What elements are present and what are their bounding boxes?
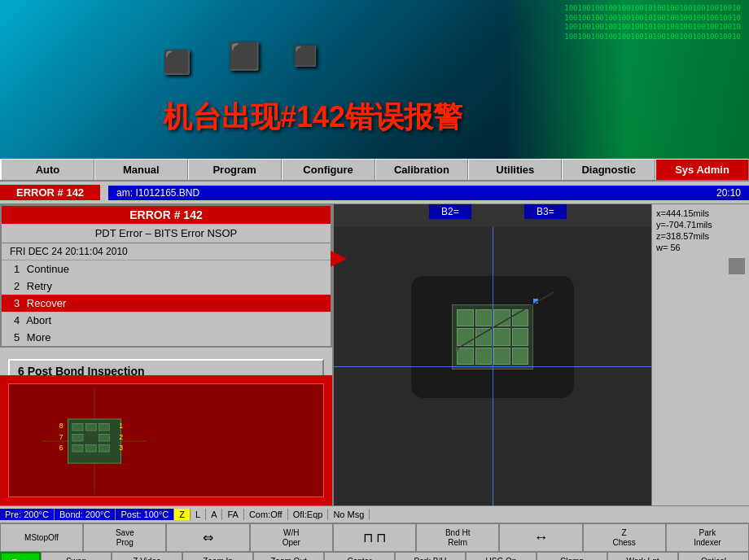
pointer-line (456, 268, 619, 365)
status-a: A (206, 509, 222, 520)
fkey-work-lgt[interactable]: Work Lgt F9 (607, 552, 678, 560)
option-continue[interactable]: 1 Continue (2, 260, 331, 278)
fkey-wh-oper[interactable]: W/H Oper (250, 523, 333, 552)
svg-text:7: 7 (59, 433, 64, 441)
park-bh-name: Park B/H (414, 557, 446, 560)
fkey-park-bh[interactable]: Park B/H F6 (395, 552, 466, 560)
content-row: ERROR # 142 am: I1012165.BND 20:10 (0, 182, 749, 204)
status-post-temp: Post: 100°C (116, 509, 174, 520)
main-area: Auto Manual Program Configure Calibratio… (0, 159, 749, 560)
left-panel: ERROR # 142 PDT Error – BITS Error NSOP … (0, 204, 334, 505)
tab-manual[interactable]: Manual (94, 159, 188, 180)
run-button[interactable]: Run AutoIndx (0, 552, 41, 560)
mstopoff-label: MStopOff (24, 533, 59, 543)
save-prog-label2: Prog (116, 538, 134, 548)
optical-name: Optical (701, 557, 726, 560)
fkey-center[interactable]: Center F5 (324, 552, 395, 560)
option-recover[interactable]: 3 Recover (2, 295, 331, 312)
svg-line-17 (456, 292, 554, 349)
tab-sysadmin[interactable]: Sys Admin (655, 159, 749, 180)
camera-view: B2= B3= (334, 204, 651, 505)
tab-calibration[interactable]: Calibration (375, 159, 469, 180)
save-prog-label: Save (116, 528, 134, 538)
svg-text:3: 3 (119, 444, 123, 452)
fkey-save-prog[interactable]: Save Prog (83, 523, 166, 552)
option-retry[interactable]: 2 Retry (2, 278, 331, 295)
bottom-bar: MStopOff Save Prog ⇔ W/H Oper ⊓ ⊓ Bnd Ht… (0, 523, 749, 560)
time-display: 20:10 (708, 186, 749, 200)
left-camera-inner: 8 7 6 1 2 3 (8, 383, 324, 497)
camera-dark-area (334, 227, 651, 505)
center-name: Center (347, 557, 371, 560)
tab-utilities[interactable]: Utilities (468, 159, 562, 180)
fkey-transfer[interactable]: ⇔ (166, 523, 249, 552)
error-title: ERROR # 142 (2, 206, 331, 224)
fkey-z-video[interactable]: Z Video F2 (112, 552, 182, 560)
option-more[interactable]: 5 More (2, 329, 331, 346)
svg-rect-3 (72, 423, 83, 431)
zoom-out-name: Zoom Out (270, 557, 306, 560)
arrow-icon: ↔ (533, 529, 548, 547)
camera-small-icon (729, 258, 745, 274)
fkey-zoom-out[interactable]: Zoom Out F4 (253, 552, 324, 560)
svg-text:6: 6 (59, 444, 64, 452)
fkey-bnd-ht[interactable]: Bnd Ht Relrn (416, 523, 499, 552)
svg-rect-5 (99, 423, 109, 431)
crosshair-vertical (493, 227, 493, 505)
fkey-clamp-open[interactable]: Clamp Open F8 (537, 552, 607, 560)
status-pre-temp: Pre: 200°C (0, 509, 55, 520)
fkey-bond-icon[interactable]: ⊓ ⊓ (333, 523, 416, 552)
run-label: Run (11, 558, 28, 561)
nav-tabs: Auto Manual Program Configure Calibratio… (0, 159, 749, 182)
bottom-row2: Run AutoIndx Swap F1 Z Video F2 Zoom In … (0, 552, 749, 560)
fkey-zoom-in[interactable]: Zoom In F3 (182, 552, 253, 560)
file-name: I1012165.BND (135, 187, 199, 199)
svg-text:2: 2 (119, 433, 123, 441)
svg-rect-9 (85, 444, 96, 452)
wh-oper-label: W/H (283, 528, 299, 538)
arrow-decoration (331, 251, 347, 267)
wh-oper-label2: Oper (283, 538, 300, 548)
coord-z: z=318.57mils (656, 231, 745, 241)
status-l: L (191, 509, 206, 520)
status-bar: Pre: 200°C Bond: 200°C Post: 100°C Z L A… (0, 505, 749, 523)
park-indexer-label: Park (699, 528, 716, 538)
circuit-diagram: 8 7 6 1 2 3 (13, 388, 176, 494)
z-chess-label2: Chess (612, 538, 635, 548)
middle-section: ERROR # 142 PDT Error – BITS Error NSOP … (0, 204, 749, 505)
tab-program[interactable]: Program (188, 159, 282, 180)
svg-rect-4 (85, 423, 96, 431)
fkey-usg-on[interactable]: USG On F7 (466, 552, 537, 560)
svg-text:1: 1 (119, 422, 123, 430)
fkey-arrow[interactable]: ↔ (499, 523, 582, 552)
bond-icon: ⊓ ⊓ (363, 530, 386, 545)
coord-y: y=-704.71mils (656, 220, 745, 230)
option-abort[interactable]: 4 Abort (2, 312, 331, 329)
status-bond-temp: Bond: 200°C (55, 509, 116, 520)
clamp-open-name: Clamp (560, 557, 584, 560)
svg-rect-6 (72, 434, 83, 441)
park-indexer-label2: Indexer (694, 538, 721, 548)
svg-rect-7 (99, 434, 109, 441)
binary-decoration: 1001001001001001001010010010010010010010… (564, 4, 741, 42)
coord-w: w= 56 (656, 243, 745, 252)
bnd-ht-label: Bnd Ht (445, 528, 471, 538)
work-lgt-name: Work Lgt (627, 557, 659, 560)
transfer-icon: ⇔ (203, 530, 213, 545)
fkey-z-chess[interactable]: Z Chess (583, 523, 666, 552)
fkey-swap[interactable]: Swap F1 (41, 552, 112, 560)
fkey-park-indexer[interactable]: Park Indexer (666, 523, 749, 552)
tab-auto[interactable]: Auto (0, 159, 94, 180)
usg-on-name: USG On (486, 557, 517, 560)
error-badge: ERROR # 142 (0, 185, 100, 200)
status-z: Z (174, 509, 191, 520)
tab-diagnostic[interactable]: Diagnostic (562, 159, 655, 180)
fkey-optical[interactable]: Optical F10 (678, 552, 749, 560)
right-coord-panel: x=444.15mils y=-704.71mils z=318.57mils … (651, 204, 749, 505)
status-ofl: Ofl:Eqp (288, 509, 329, 520)
status-msg: No Msg (328, 509, 370, 520)
fkey-mstopoff[interactable]: MStopOff (0, 523, 83, 552)
bnd-ht-label2: Relrn (448, 538, 467, 548)
tab-configure[interactable]: Configure (282, 159, 375, 180)
b2-label: B2= (429, 204, 471, 219)
